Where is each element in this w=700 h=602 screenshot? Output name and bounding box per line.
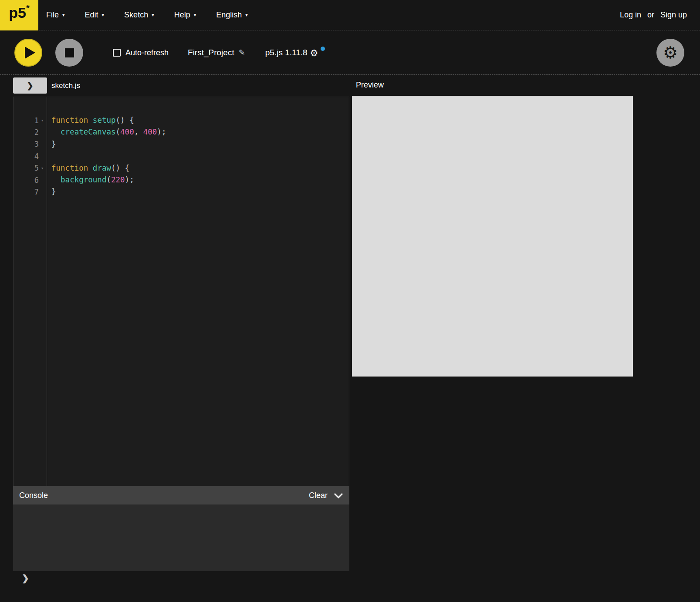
menu-file-label: File <box>46 10 59 20</box>
menu-bar: File ▾ Edit ▾ Sketch ▾ Help ▾ English ▾ <box>46 10 248 20</box>
signup-link[interactable]: Sign up <box>660 10 687 20</box>
console-collapse-button[interactable] <box>334 493 343 498</box>
version-control: p5.js 1.11.8 ⚙ <box>265 48 325 57</box>
toolbar: Auto-refresh First_Project ✎ p5.js 1.11.… <box>0 31 700 75</box>
library-settings-gear-icon[interactable]: ⚙ <box>310 48 318 57</box>
stop-icon <box>65 48 74 57</box>
code-line[interactable]: function draw() { <box>51 162 349 174</box>
menu-sketch[interactable]: Sketch ▾ <box>124 10 154 20</box>
line-number[interactable]: 4 <box>14 150 47 162</box>
editor-gutter: 1▾2345▾67 <box>14 97 47 486</box>
code-area[interactable]: function setup() { createCanvas(400, 400… <box>47 97 349 486</box>
play-button[interactable] <box>14 39 42 67</box>
code-editor[interactable]: 1▾2345▾67 function setup() { createCanva… <box>13 97 349 486</box>
menu-help-label: Help <box>174 10 190 20</box>
sidebar-expand-button[interactable]: ❯ <box>13 77 47 94</box>
menu-help[interactable]: Help ▾ <box>174 10 196 20</box>
version-label: p5.js 1.11.8 <box>265 48 308 57</box>
auto-refresh-control: Auto-refresh <box>113 48 169 57</box>
auto-refresh-label[interactable]: Auto-refresh <box>125 48 169 57</box>
console-clear-button[interactable]: Clear <box>309 491 328 500</box>
code-line[interactable]: background(220); <box>51 174 349 186</box>
line-number[interactable]: 7 <box>14 186 47 198</box>
tab-sketch-js[interactable]: sketch.js <box>51 81 80 90</box>
menu-edit[interactable]: Edit ▾ <box>85 10 105 20</box>
auth-links: Log in or Sign up <box>620 10 700 20</box>
menu-language[interactable]: English ▾ <box>216 10 248 20</box>
p5-logo[interactable]: p5* <box>0 0 38 30</box>
code-line[interactable]: function setup() { <box>51 114 349 126</box>
fold-arrow-icon[interactable]: ▾ <box>39 118 46 123</box>
menu-file[interactable]: File ▾ <box>46 10 65 20</box>
fold-arrow-icon[interactable]: ▾ <box>39 165 46 171</box>
p5-web-editor: p5* File ▾ Edit ▾ Sketch ▾ Help ▾ Englis… <box>0 0 700 602</box>
chevron-down-icon: ▾ <box>102 12 105 18</box>
p5-logo-text: p5 <box>9 4 26 21</box>
chevron-down-icon: ▾ <box>152 12 154 18</box>
chevron-right-icon: ❯ <box>22 573 29 583</box>
chevron-down-icon: ▾ <box>245 12 248 18</box>
chevron-down-icon: ▾ <box>194 12 196 18</box>
code-line[interactable]: } <box>51 186 349 198</box>
console-header: Console Clear <box>13 486 349 504</box>
code-line[interactable] <box>51 150 349 162</box>
auto-refresh-checkbox[interactable] <box>113 49 121 57</box>
project-name[interactable]: First_Project <box>188 48 234 57</box>
menu-edit-label: Edit <box>85 10 98 20</box>
code-line[interactable]: } <box>51 138 349 150</box>
console-expand-button[interactable]: ❯ <box>22 573 29 583</box>
line-number[interactable]: 5▾ <box>14 162 47 174</box>
console-actions: Clear <box>309 491 343 500</box>
line-number[interactable]: 1▾ <box>14 114 47 126</box>
code-line[interactable]: createCanvas(400, 400); <box>51 126 349 138</box>
chevron-down-icon: ▾ <box>62 12 65 18</box>
chevron-right-icon: ❯ <box>27 81 33 91</box>
gear-icon: ⚙ <box>663 44 678 61</box>
p5-logo-asterisk: * <box>26 3 30 12</box>
notification-dot <box>321 47 325 51</box>
project-name-control: First_Project ✎ <box>188 48 245 57</box>
preview-title: Preview <box>356 81 384 90</box>
edit-pencil-icon[interactable]: ✎ <box>239 48 245 57</box>
line-number[interactable]: 2 <box>14 126 47 138</box>
login-link[interactable]: Log in <box>620 10 641 20</box>
console-title: Console <box>19 491 48 500</box>
menu-sketch-label: Sketch <box>124 10 148 20</box>
play-icon <box>25 47 35 59</box>
chevron-down-icon <box>334 493 343 498</box>
line-number[interactable]: 6 <box>14 174 47 186</box>
auth-or-text: or <box>647 10 654 20</box>
top-nav: p5* File ▾ Edit ▾ Sketch ▾ Help ▾ Englis… <box>0 0 700 30</box>
sketch-preview-canvas <box>352 96 633 377</box>
settings-button[interactable]: ⚙ <box>656 39 684 67</box>
stop-button[interactable] <box>55 39 83 67</box>
line-number[interactable]: 3 <box>14 138 47 150</box>
console-output <box>13 504 349 571</box>
menu-language-label: English <box>216 10 242 20</box>
